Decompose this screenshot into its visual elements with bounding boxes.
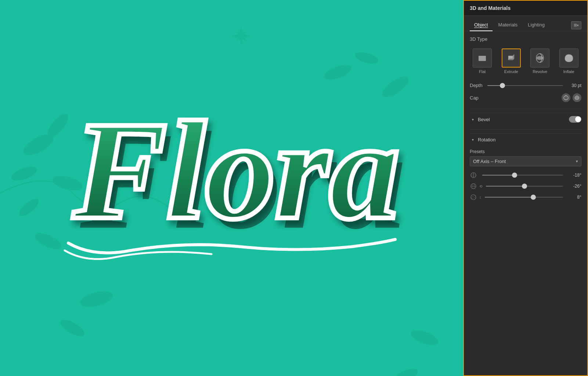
presets-label: Presets [470, 149, 581, 154]
depth-slider[interactable] [487, 85, 563, 86]
divider-2 [470, 129, 581, 130]
presets-dropdown[interactable]: Off Axis – Front ▾ [470, 156, 581, 166]
depth-row: Depth 30 pt [470, 83, 581, 88]
type-btn-inflate[interactable]: Inflate [556, 46, 582, 76]
type-btn-extrude[interactable]: Extrude [499, 46, 524, 76]
depth-value[interactable]: 30 pt [566, 83, 581, 88]
flat-label: Flat [479, 69, 486, 74]
rotation-x-icon [470, 171, 477, 179]
panel-3d-materials: 3D and Materials Object Materials Lighti… [463, 0, 588, 376]
rotation-y-extra-icon: ⟲ [479, 184, 482, 188]
cap-row: Cap [470, 93, 581, 102]
preset-value: Off Axis – Front [473, 159, 506, 164]
tab-lighting[interactable]: Lighting [523, 20, 549, 31]
rotation-z-slider[interactable] [485, 197, 563, 198]
panel-title: 3D and Materials [470, 5, 511, 11]
rotation-x-value[interactable]: -18° [566, 173, 581, 178]
rotation-y-row: ⟲ -26° [470, 182, 581, 190]
canvas-main-artwork: Flora Flora Flora Flora Flora [0, 0, 463, 376]
type-btn-flat[interactable]: Flat [470, 46, 495, 76]
canvas-area: Flora Flora Flora Flora Flora [0, 0, 463, 376]
inflate-icon [559, 48, 578, 68]
tab-object[interactable]: Object [470, 20, 493, 31]
rotation-section-header[interactable]: ▾ Rotation [470, 133, 581, 145]
revolve-icon [530, 48, 549, 68]
svg-marker-23 [513, 54, 514, 60]
rotation-chevron: ▾ [470, 137, 476, 142]
type-btn-revolve[interactable]: Revolve [527, 46, 553, 76]
3d-type-grid: Flat Extrude [470, 46, 581, 76]
preset-dropdown-arrow: ▾ [576, 159, 578, 164]
revolve-label: Revolve [533, 69, 547, 74]
rotation-z-icon [470, 194, 477, 201]
panel-tabs: Object Materials Lighting ⊞ ▾ [464, 16, 587, 31]
divider-1 [470, 109, 581, 109]
bevel-toggle[interactable] [569, 116, 581, 123]
panel-options-icon[interactable]: ⊞ ▾ [571, 21, 581, 29]
flat-icon [473, 48, 492, 68]
svg-point-25 [536, 56, 544, 60]
rotation-z-value[interactable]: 8° [566, 195, 581, 200]
rotation-z-row: ↕ 8° [470, 194, 581, 201]
rotation-z-extra-icon: ↕ [479, 195, 481, 199]
3d-type-label: 3D Type [470, 36, 581, 42]
rotation-y-value[interactable]: -26° [566, 184, 581, 189]
svg-rect-20 [479, 56, 486, 61]
rotation-x-slider[interactable] [482, 175, 563, 176]
panel-header: 3D and Materials [464, 1, 587, 16]
bevel-title: Bevel [478, 117, 569, 122]
bevel-chevron: ▾ [470, 116, 476, 122]
rotation-x-row: -18° [470, 171, 581, 179]
extrude-icon [502, 48, 521, 68]
bevel-section-header[interactable]: ▾ Bevel [470, 113, 581, 126]
rotation-y-slider[interactable] [486, 186, 563, 187]
inflate-label: Inflate [563, 69, 574, 74]
tab-materials[interactable]: Materials [494, 20, 522, 31]
cap-icon-2[interactable] [573, 93, 581, 102]
cap-icons [562, 93, 581, 102]
svg-text:Flora: Flora [71, 93, 399, 247]
panel-body: 3D Type Flat [464, 31, 587, 375]
cap-icon-1[interactable] [562, 93, 570, 102]
extrude-label: Extrude [504, 69, 518, 74]
cap-label: Cap [470, 95, 562, 101]
depth-label: Depth [470, 83, 484, 88]
rotation-y-icon [470, 182, 477, 190]
rotation-title: Rotation [478, 137, 581, 142]
bevel-toggle-knob [575, 116, 581, 122]
